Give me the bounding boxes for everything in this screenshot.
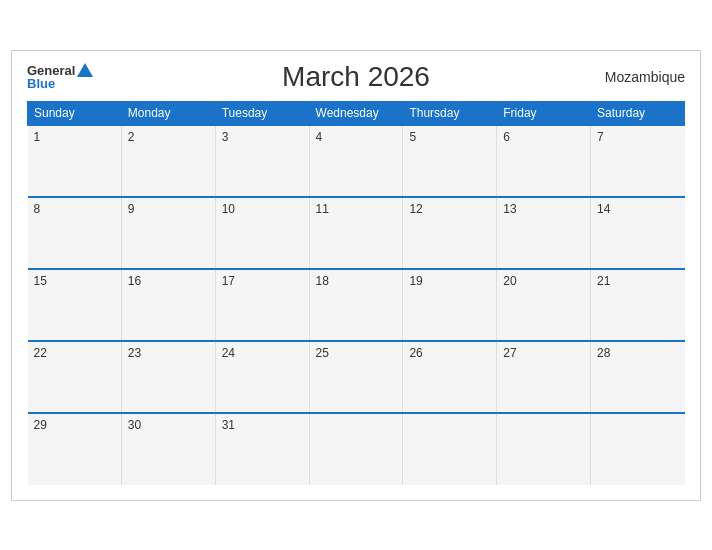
day-number: 21 <box>597 274 610 288</box>
day-cell: 26 <box>403 341 497 413</box>
logo-blue-text: Blue <box>27 77 55 90</box>
day-cell: 17 <box>215 269 309 341</box>
day-number: 11 <box>316 202 329 216</box>
day-cell <box>309 413 403 485</box>
day-number: 6 <box>503 130 510 144</box>
logo-general-text: General <box>27 64 75 77</box>
day-cell <box>403 413 497 485</box>
day-number: 13 <box>503 202 516 216</box>
day-number: 28 <box>597 346 610 360</box>
day-cell: 12 <box>403 197 497 269</box>
day-cell: 8 <box>28 197 122 269</box>
day-cell: 7 <box>591 125 685 197</box>
day-cell: 11 <box>309 197 403 269</box>
day-number: 14 <box>597 202 610 216</box>
day-number: 19 <box>409 274 422 288</box>
week-row-5: 293031 <box>28 413 685 485</box>
day-number: 8 <box>34 202 41 216</box>
day-cell <box>591 413 685 485</box>
calendar-title: March 2026 <box>282 61 430 93</box>
day-cell: 23 <box>121 341 215 413</box>
day-cell: 3 <box>215 125 309 197</box>
day-cell: 28 <box>591 341 685 413</box>
week-row-1: 1234567 <box>28 125 685 197</box>
logo: General Blue <box>27 63 93 90</box>
day-cell: 19 <box>403 269 497 341</box>
day-number: 26 <box>409 346 422 360</box>
day-number: 15 <box>34 274 47 288</box>
weekday-sunday: Sunday <box>28 101 122 125</box>
day-cell: 24 <box>215 341 309 413</box>
day-number: 29 <box>34 418 47 432</box>
day-cell: 4 <box>309 125 403 197</box>
day-cell: 1 <box>28 125 122 197</box>
day-cell: 6 <box>497 125 591 197</box>
day-cell: 30 <box>121 413 215 485</box>
day-cell: 16 <box>121 269 215 341</box>
calendar-header: General Blue March 2026 Mozambique <box>27 61 685 93</box>
day-number: 18 <box>316 274 329 288</box>
day-cell <box>497 413 591 485</box>
country-label: Mozambique <box>605 69 685 85</box>
weekday-monday: Monday <box>121 101 215 125</box>
day-number: 5 <box>409 130 416 144</box>
day-cell: 22 <box>28 341 122 413</box>
day-number: 7 <box>597 130 604 144</box>
day-number: 3 <box>222 130 229 144</box>
weekday-friday: Friday <box>497 101 591 125</box>
day-number: 20 <box>503 274 516 288</box>
day-number: 17 <box>222 274 235 288</box>
day-cell: 2 <box>121 125 215 197</box>
day-number: 1 <box>34 130 41 144</box>
day-cell: 14 <box>591 197 685 269</box>
day-number: 4 <box>316 130 323 144</box>
weekday-header-row: SundayMondayTuesdayWednesdayThursdayFrid… <box>28 101 685 125</box>
day-cell: 25 <box>309 341 403 413</box>
day-cell: 5 <box>403 125 497 197</box>
week-row-2: 891011121314 <box>28 197 685 269</box>
day-number: 27 <box>503 346 516 360</box>
week-row-4: 22232425262728 <box>28 341 685 413</box>
day-number: 24 <box>222 346 235 360</box>
weekday-thursday: Thursday <box>403 101 497 125</box>
day-cell: 31 <box>215 413 309 485</box>
day-number: 9 <box>128 202 135 216</box>
day-cell: 29 <box>28 413 122 485</box>
day-number: 2 <box>128 130 135 144</box>
day-number: 10 <box>222 202 235 216</box>
day-cell: 10 <box>215 197 309 269</box>
day-cell: 15 <box>28 269 122 341</box>
weekday-tuesday: Tuesday <box>215 101 309 125</box>
day-cell: 18 <box>309 269 403 341</box>
weekday-saturday: Saturday <box>591 101 685 125</box>
day-number: 30 <box>128 418 141 432</box>
day-number: 31 <box>222 418 235 432</box>
calendar-table: SundayMondayTuesdayWednesdayThursdayFrid… <box>27 101 685 485</box>
day-number: 22 <box>34 346 47 360</box>
week-row-3: 15161718192021 <box>28 269 685 341</box>
day-cell: 27 <box>497 341 591 413</box>
day-number: 23 <box>128 346 141 360</box>
day-number: 25 <box>316 346 329 360</box>
calendar-container: General Blue March 2026 Mozambique Sunda… <box>11 50 701 501</box>
day-cell: 20 <box>497 269 591 341</box>
weekday-wednesday: Wednesday <box>309 101 403 125</box>
day-cell: 9 <box>121 197 215 269</box>
day-cell: 13 <box>497 197 591 269</box>
day-number: 16 <box>128 274 141 288</box>
day-cell: 21 <box>591 269 685 341</box>
day-number: 12 <box>409 202 422 216</box>
logo-triangle-icon <box>77 63 93 77</box>
